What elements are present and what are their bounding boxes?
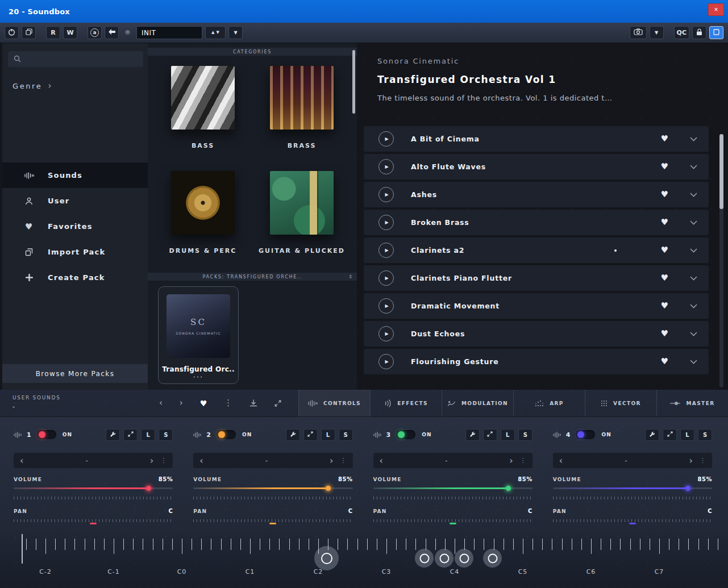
kebab-menu-icon[interactable]: ⋮ [340, 457, 347, 464]
play-button[interactable]: ▶ [378, 215, 394, 230]
favorite-heart-icon[interactable]: ♥ [661, 302, 668, 310]
link-button[interactable]: L [141, 429, 155, 441]
write-automation-button[interactable]: W [63, 26, 77, 39]
solo-button[interactable]: S [698, 429, 712, 441]
expand-chevron-icon[interactable] [690, 165, 697, 169]
expand-chevron-icon[interactable] [690, 304, 697, 308]
play-button[interactable]: ▶ [378, 270, 394, 286]
channel-on-toggle[interactable] [37, 430, 56, 439]
favorite-heart-icon[interactable]: ♥ [661, 162, 668, 171]
expand-chevron-icon[interactable] [690, 248, 697, 253]
genre-filter[interactable]: Genre › [2, 67, 148, 91]
keyboard[interactable]: C-2C-1C0C1C2C3C4C5C6C7 [0, 528, 728, 588]
category-tile-drums-perc[interactable]: DRUMS & PERC [169, 171, 237, 255]
sound-list-scrollbar[interactable] [719, 134, 723, 387]
read-automation-button[interactable]: R [46, 26, 60, 39]
expand-chevron-icon[interactable] [690, 193, 697, 197]
play-button[interactable]: ▶ [378, 298, 394, 314]
favorite-heart-icon[interactable]: ♥ [661, 246, 668, 255]
sound-row[interactable]: ▶ Broken Brass ♥ [364, 210, 709, 235]
preset-prev-next-button[interactable]: ▲ ▼ [205, 26, 226, 39]
pan-slider[interactable] [14, 519, 173, 522]
expand-button[interactable] [483, 429, 497, 441]
favorite-heart-icon[interactable]: ♥ [661, 218, 668, 227]
solo-button[interactable]: S [159, 429, 173, 441]
favorite-heart-icon[interactable]: ♥ [661, 357, 668, 366]
category-tile-guitar-plucked[interactable]: GUITAR & PLUCKED [259, 171, 345, 255]
sound-selector[interactable]: ‹ - › ⋮ [14, 453, 173, 468]
tab-vector[interactable]: VECTOR [585, 390, 656, 416]
keyboard-marker[interactable] [483, 549, 502, 568]
link-button[interactable]: L [501, 429, 515, 441]
search-input[interactable] [26, 55, 138, 64]
auto-button[interactable]: a [88, 26, 102, 39]
channel-on-toggle[interactable] [396, 430, 415, 439]
download-icon[interactable] [249, 399, 257, 407]
category-tile-brass[interactable]: BRASS [270, 66, 334, 149]
keyboard-marker[interactable] [455, 549, 473, 568]
sound-selector[interactable]: ‹ - › ⋮ [193, 453, 352, 468]
play-button[interactable]: ▶ [378, 354, 394, 369]
channel-on-toggle[interactable] [217, 430, 236, 439]
copy-button[interactable] [22, 26, 36, 39]
play-button[interactable]: ▶ [378, 326, 394, 341]
sound-row[interactable]: ▶ Dust Echoes ♥ [364, 321, 709, 347]
next-icon[interactable]: › [509, 456, 513, 465]
favorite-heart-icon[interactable]: ♥ [661, 330, 668, 338]
kebab-menu-icon[interactable]: ⋮ [160, 457, 167, 464]
pan-slider[interactable] [553, 519, 712, 522]
kebab-menu-icon[interactable]: ⋮ [224, 399, 232, 407]
link-button[interactable]: L [680, 429, 694, 441]
kebab-menu-icon[interactable]: ⋮ [700, 457, 706, 464]
keyboard-marker[interactable] [415, 549, 434, 568]
category-tile-bass[interactable]: BASS [171, 66, 235, 149]
sidebar-item-sounds[interactable]: Sounds [2, 162, 148, 188]
prev-icon[interactable]: ‹ [159, 399, 163, 407]
volume-slider[interactable] [553, 487, 712, 489]
preset-name-field[interactable] [136, 26, 202, 39]
snapshot-button[interactable] [630, 26, 647, 39]
tools-button[interactable] [286, 429, 300, 441]
solo-button[interactable]: S [518, 429, 533, 441]
quick-controls-button[interactable]: QC [674, 26, 689, 39]
sound-row[interactable]: ▶ Clarinets a2 ♥ [364, 237, 709, 263]
tab-effects[interactable]: EFFECTS [370, 390, 442, 416]
sound-selector[interactable]: ‹ - › ⋮ [553, 453, 712, 468]
expand-button[interactable] [123, 429, 138, 441]
back-button[interactable] [105, 26, 119, 39]
expand-chevron-icon[interactable] [690, 276, 697, 281]
tab-master[interactable]: MASTER [656, 390, 728, 416]
search-box[interactable] [8, 51, 143, 67]
next-icon[interactable]: › [180, 399, 183, 407]
next-icon[interactable]: › [330, 456, 333, 465]
pan-slider[interactable] [373, 519, 533, 522]
play-button[interactable]: ▶ [378, 243, 394, 258]
tools-button[interactable] [645, 429, 659, 441]
keyboard-marker[interactable] [435, 549, 454, 568]
link-button[interactable]: L [321, 429, 335, 441]
view-menu-button[interactable]: ▼ [650, 26, 664, 39]
expand-chevron-icon[interactable] [690, 220, 697, 225]
close-button[interactable]: × [708, 3, 724, 16]
favorite-heart-icon[interactable]: ♥ [200, 399, 207, 407]
pack-menu-dots-icon[interactable]: ••• [193, 375, 203, 380]
solo-button[interactable]: S [339, 429, 353, 441]
favorite-heart-icon[interactable]: ♥ [661, 135, 668, 143]
play-button[interactable]: ▶ [378, 159, 394, 174]
panel-toggle-button[interactable] [709, 26, 723, 39]
pack-card[interactable]: SC SONORA CINEMATIC Transfigured Orc.. •… [158, 286, 239, 384]
volume-slider[interactable] [373, 487, 533, 489]
tab-modulation[interactable]: MODULATION [442, 390, 513, 416]
next-icon[interactable]: › [689, 456, 693, 465]
sound-row[interactable]: ▶ Flourishing Gesture ♥ [364, 349, 709, 374]
next-icon[interactable]: › [150, 456, 153, 465]
play-button[interactable]: ▶ [378, 187, 394, 202]
sidebar-item-create-pack[interactable]: Create Pack [2, 265, 148, 290]
kebab-menu-icon[interactable]: ⋮ [520, 457, 526, 464]
browser-scrollbar[interactable] [352, 50, 355, 114]
sound-row[interactable]: ▶ Ashes ♥ [364, 182, 709, 207]
preset-menu-button[interactable]: ▼ [228, 26, 243, 39]
sound-row[interactable]: ▶ Alto Flute Waves ♥ [364, 154, 709, 180]
volume-slider[interactable] [193, 487, 352, 489]
tab-controls[interactable]: CONTROLS [298, 390, 370, 416]
